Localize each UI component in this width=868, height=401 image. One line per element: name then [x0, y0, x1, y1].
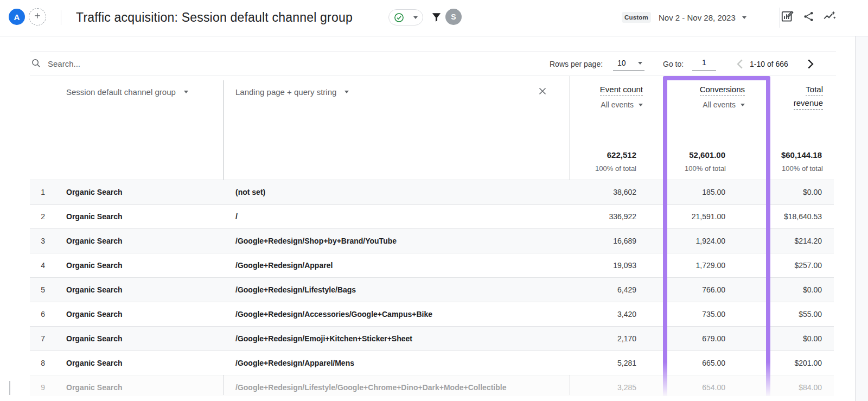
- divider: [9, 381, 10, 395]
- conversions-cell: 185.00: [702, 180, 725, 204]
- check-circle-icon: [394, 12, 404, 23]
- go-to-label: Go to:: [663, 60, 684, 68]
- channel-cell: Organic Search: [66, 253, 123, 277]
- table-row: 4Organic Search/Google+Redesign/Apparel1…: [30, 253, 834, 277]
- chevron-down-icon: [638, 62, 642, 65]
- conversions-cell: 1,924.00: [696, 229, 726, 253]
- customize-report-icon[interactable]: [780, 9, 794, 26]
- channel-cell: Organic Search: [66, 302, 123, 326]
- table-row: 8Organic Search/Google+Redesign/Apparel/…: [30, 351, 834, 375]
- chevron-down-icon: [184, 91, 188, 93]
- row-number: 1: [30, 180, 45, 204]
- pagination-range: 1-10 of 666: [750, 60, 788, 68]
- date-range-type-badge: Custom: [622, 12, 651, 23]
- column-header-landing-page[interactable]: Landing page + query string: [235, 87, 349, 97]
- total-revenue-header-line2[interactable]: revenue: [794, 98, 823, 110]
- event-count-scope-dropdown[interactable]: All events: [600, 100, 643, 109]
- chevron-down-icon: [741, 104, 745, 106]
- divider: [30, 52, 836, 52]
- landing-page-cell: /Google+Redesign/Accessories/Google+Camp…: [235, 302, 432, 326]
- conversions-cell: 21,591.00: [692, 205, 725, 228]
- search-input[interactable]: Search...: [48, 59, 80, 68]
- column-header-total-revenue[interactable]: Total revenue: [794, 85, 823, 112]
- conversions-scope-dropdown[interactable]: All events: [700, 100, 745, 109]
- filter-icon[interactable]: [430, 11, 444, 25]
- event-count-total: 622,512: [607, 150, 636, 160]
- go-to-page-input[interactable]: 1: [692, 56, 716, 71]
- event-count-cell: 6,429: [617, 278, 636, 302]
- event-count-total-pct: 100% of total: [595, 164, 636, 173]
- landing-page-cell: (not set): [235, 180, 265, 204]
- column-header-event-count[interactable]: Event count All events: [600, 85, 643, 109]
- revenue-cell: $257.00: [794, 253, 822, 277]
- table-row: 5Organic Search/Google+Redesign/Lifestyl…: [30, 277, 834, 302]
- table-row: 7Organic Search/Google+Redesign/Emoji+Ki…: [30, 326, 834, 351]
- search-icon: [31, 58, 41, 71]
- total-revenue-header-line1[interactable]: Total: [806, 85, 823, 96]
- row-number: 5: [30, 278, 45, 302]
- table-row: 1Organic Search(not set)38,602185.00$0.0…: [30, 180, 834, 204]
- landing-page-cell: /Google+Redesign/Emoji+Kitchen+Sticker+S…: [235, 327, 412, 351]
- rows-per-page-select[interactable]: 10: [613, 56, 644, 71]
- event-count-cell: 2,170: [617, 327, 636, 351]
- column-header-conversions[interactable]: Conversions All events: [700, 85, 745, 109]
- chevron-down-icon: [413, 16, 418, 19]
- landing-page-cell: /: [235, 205, 238, 228]
- divider: [61, 10, 61, 25]
- revenue-cell: $0.00: [803, 278, 822, 302]
- user-avatar[interactable]: S: [445, 9, 462, 25]
- event-count-cell: 19,093: [613, 253, 636, 277]
- chevron-down-icon: [344, 91, 349, 93]
- conversions-cell: 665.00: [702, 351, 725, 375]
- insights-icon[interactable]: [822, 9, 837, 26]
- row-number: 2: [30, 205, 45, 228]
- column-header-channel-group[interactable]: Session default channel group: [66, 87, 188, 97]
- add-comparison-button[interactable]: [29, 8, 46, 26]
- row-number: 3: [30, 229, 45, 253]
- account-avatar[interactable]: A: [9, 9, 25, 25]
- divider: [0, 36, 868, 36]
- channel-cell: Organic Search: [66, 278, 123, 302]
- plus-icon: [33, 11, 42, 22]
- event-count-cell: 16,689: [613, 229, 636, 253]
- conversions-cell: 679.00: [702, 327, 725, 351]
- revenue-cell: $214.20: [794, 229, 822, 253]
- row-number: 6: [30, 302, 45, 326]
- revenue-cell: $201.00: [794, 351, 822, 375]
- report-status-dropdown[interactable]: [388, 9, 423, 26]
- landing-page-cell: /Google+Redesign/Apparel/Mens: [235, 351, 354, 375]
- revenue-cell: $18,640.53: [784, 205, 822, 228]
- chevron-down-icon: [639, 104, 643, 106]
- conversions-cell: 1,729.00: [696, 253, 726, 277]
- channel-cell: Organic Search: [66, 180, 123, 204]
- previous-page-icon[interactable]: [733, 57, 748, 73]
- event-count-cell: 5,281: [617, 351, 636, 375]
- total-revenue-total-pct: 100% of total: [782, 164, 823, 173]
- page-gutter: [856, 36, 868, 401]
- date-range-label: Nov 2 - Nov 28, 2023: [659, 13, 736, 22]
- channel-cell: Organic Search: [66, 327, 123, 351]
- conversions-total: 52,601.00: [689, 150, 725, 160]
- date-range-selector[interactable]: Nov 2 - Nov 28, 2023: [659, 11, 746, 23]
- landing-page-cell: /Google+Redesign/Lifestyle/Bags: [235, 278, 356, 302]
- event-count-cell: 3,420: [617, 302, 636, 326]
- all-events-label: All events: [703, 100, 736, 109]
- ga4-traffic-acquisition-report: A Traffic acquisition: Session default c…: [0, 0, 868, 401]
- landing-page-cell: /Google+Redesign/Shop+by+Brand/YouTube: [235, 229, 397, 253]
- landing-page-header-label: Landing page + query string: [235, 87, 336, 97]
- share-icon[interactable]: [802, 10, 815, 25]
- revenue-cell: $0.00: [803, 180, 822, 204]
- row-number: 7: [30, 327, 45, 351]
- channel-cell: Organic Search: [66, 229, 123, 253]
- clip-overlay: [0, 396, 855, 401]
- conversions-header-label[interactable]: Conversions: [700, 85, 745, 96]
- channel-cell: Organic Search: [66, 205, 123, 228]
- revenue-cell: $55.00: [799, 302, 822, 326]
- rows-per-page-value: 10: [617, 59, 626, 67]
- remove-dimension-icon[interactable]: [537, 86, 549, 98]
- rows-per-page-label: Rows per page:: [550, 60, 603, 68]
- landing-page-cell: /Google+Redesign/Apparel: [235, 253, 333, 277]
- revenue-cell: $0.00: [803, 327, 822, 351]
- next-page-icon[interactable]: [803, 57, 817, 73]
- event-count-header-label[interactable]: Event count: [600, 85, 643, 96]
